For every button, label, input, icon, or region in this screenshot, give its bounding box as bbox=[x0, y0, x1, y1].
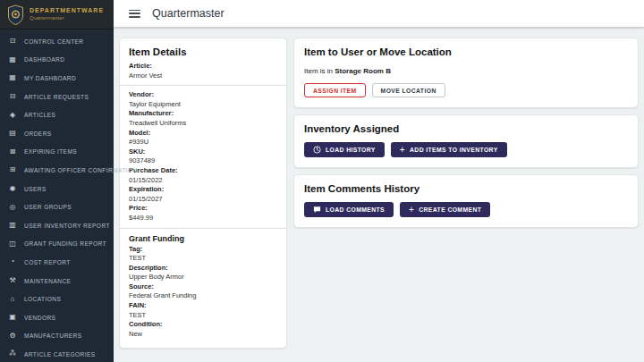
detail-field-label: Tag: bbox=[129, 245, 277, 255]
sidebar-item[interactable]: ⚒ MAINTENANCE bbox=[0, 272, 114, 290]
detail-field: Manufacturer: Treadwell Uniforms bbox=[129, 109, 277, 128]
load-history-button[interactable]: LOAD HISTORY bbox=[304, 142, 385, 157]
topbar: Quartermaster bbox=[114, 0, 644, 27]
load-history-label: LOAD HISTORY bbox=[326, 147, 376, 153]
detail-field: Model: #939U bbox=[129, 129, 277, 147]
detail-field: Description: Upper Body Armor bbox=[129, 264, 277, 282]
sidebar-item-label: ARTICLE CATEGORIES bbox=[24, 351, 96, 358]
users-icon: ◉ bbox=[8, 185, 17, 192]
detail-field-value: 01/15/2022 bbox=[129, 176, 277, 186]
detail-field-value: 01/15/2027 bbox=[129, 195, 277, 205]
sidebar-item[interactable]: ▦ DASHBOARD bbox=[0, 51, 114, 70]
sidebar-item[interactable]: ◫ GRANT FUNDING REPORT bbox=[0, 235, 114, 254]
detail-field: Price: $449.99 bbox=[129, 204, 277, 223]
detail-field-value: Treadwell Uniforms bbox=[129, 119, 277, 129]
load-comments-button[interactable]: LOAD COMMENTS bbox=[304, 202, 394, 217]
assign-item-button[interactable]: ASSIGN ITEM bbox=[304, 83, 366, 97]
articles-icon: ◈ bbox=[8, 112, 17, 119]
detail-field-label: Price: bbox=[129, 204, 277, 214]
move-location-button[interactable]: MOVE LOCATION bbox=[372, 83, 445, 97]
sidebar-item-label: MY DASHBOARD bbox=[24, 75, 76, 81]
inventory-assigned-title: Inventory Assigned bbox=[304, 123, 628, 134]
detail-field-label: Manufacturer: bbox=[129, 109, 277, 119]
sidebar-item[interactable]: ◎ USER GROUPS bbox=[0, 198, 114, 216]
sidebar-item-label: MANUFACTURERS bbox=[24, 333, 82, 339]
detail-field-value: #939U bbox=[129, 138, 277, 147]
sidebar-item-label: ARTICLES bbox=[24, 112, 55, 118]
create-comment-button[interactable]: + CREATE COMMENT bbox=[400, 202, 490, 217]
assign-move-panel: Item to User or Move Location Item is in… bbox=[293, 38, 639, 108]
sidebar-item-label: ORDERS bbox=[24, 130, 52, 137]
sidebar-item[interactable]: ▦ MY DASHBOARD bbox=[0, 69, 114, 88]
right-column: Item to User or Move Location Item is in… bbox=[293, 38, 639, 228]
sidebar-item[interactable]: ▤ ORDERS bbox=[0, 124, 114, 143]
awaiting-officer-confirmation-icon: ⊞ bbox=[8, 166, 17, 173]
sidebar-item-label: LOCATIONS bbox=[24, 296, 61, 302]
locations-icon: ⌂ bbox=[8, 296, 17, 303]
sidebar-item-label: EXPIRING ITEMS bbox=[24, 148, 77, 155]
sidebar-item[interactable]: ⚙ MANUFACTURERS bbox=[0, 327, 114, 346]
detail-field-value: New bbox=[129, 330, 277, 340]
hamburger-menu-icon[interactable] bbox=[129, 10, 140, 18]
dashboard-icon: ▦ bbox=[8, 56, 17, 63]
control-center-icon: ⊡ bbox=[8, 38, 17, 45]
sidebar-header[interactable]: DEPARTMENTWARE Quartermaster bbox=[0, 0, 114, 29]
sidebar-item[interactable]: ⊞ AWAITING OFFICER CONFIRMATION bbox=[0, 161, 114, 180]
plus-icon: + bbox=[400, 146, 405, 155]
detail-field: Source: Federal Grant Funding bbox=[129, 282, 277, 301]
sidebar-item-label: VENDORS bbox=[24, 315, 55, 321]
item-details-title: Item Details bbox=[129, 46, 277, 57]
vendors-icon: ▣ bbox=[8, 314, 17, 321]
detail-field-value: Taylor Equipment bbox=[129, 100, 277, 110]
orders-icon: ▤ bbox=[8, 130, 17, 137]
sidebar-item-label: GRANT FUNDING REPORT bbox=[24, 240, 106, 247]
item-comments-panel: Item Comments History LOAD COMMENTS + CR… bbox=[293, 174, 639, 228]
brand-subtitle: Quartermaster bbox=[30, 15, 104, 22]
add-items-to-inventory-button[interactable]: + ADD ITEMS TO INVENTORY bbox=[391, 142, 507, 157]
grant-funding-title: Grant Funding bbox=[129, 233, 277, 245]
sidebar-item[interactable]: ◉ USERS bbox=[0, 180, 114, 198]
article-requests-icon: ⊟ bbox=[8, 93, 17, 100]
topbar-title: Quartermaster bbox=[152, 7, 225, 20]
brand-title: DEPARTMENTWARE bbox=[30, 7, 104, 15]
detail-field-label: Purchase Date: bbox=[129, 166, 277, 176]
history-clock-icon bbox=[313, 146, 321, 154]
article-categories-icon: ⁂ bbox=[8, 350, 17, 358]
sidebar-item[interactable]: ⌂ LOCATIONS bbox=[0, 290, 114, 308]
sidebar-item-label: USER GROUPS bbox=[24, 204, 72, 210]
sidebar-item[interactable]: ◔ COST REPORT bbox=[0, 253, 114, 272]
sidebar-item[interactable]: ▥ USER INVENTORY REPORT bbox=[0, 216, 114, 235]
sidebar-item-label: AWAITING OFFICER CONFIRMATION bbox=[24, 167, 138, 173]
sidebar: DEPARTMENTWARE Quartermaster ⊡ CONTROL C… bbox=[0, 0, 114, 362]
comment-bubble-icon bbox=[313, 206, 321, 214]
plus-icon: + bbox=[409, 206, 414, 215]
user-inventory-report-icon: ▥ bbox=[8, 222, 17, 229]
divider bbox=[120, 228, 286, 229]
department-badge-icon bbox=[7, 4, 24, 25]
detail-field-value: Armor Vest bbox=[129, 72, 277, 81]
detail-field-value: $449.99 bbox=[129, 214, 277, 223]
detail-field-label: Source: bbox=[129, 282, 277, 292]
main-content: Item Details Article: Armor Vest Vendor:… bbox=[114, 27, 644, 362]
detail-field: Article: Armor Vest bbox=[129, 62, 277, 80]
status-prefix: Item is in bbox=[304, 67, 335, 75]
sidebar-item[interactable]: ◈ ARTICLES bbox=[0, 105, 114, 124]
load-comments-label: LOAD COMMENTS bbox=[326, 206, 385, 213]
detail-field: Purchase Date: 01/15/2022 bbox=[129, 166, 277, 185]
sidebar-item[interactable]: ⊠ EXPIRING ITEMS bbox=[0, 143, 114, 162]
detail-field: FAIN: TEST bbox=[129, 301, 277, 320]
sidebar-item[interactable]: ⊡ CONTROL CENTER bbox=[0, 32, 114, 51]
detail-field: SKU: 9037489 bbox=[129, 147, 277, 166]
detail-field: Expiration: 01/15/2027 bbox=[129, 185, 277, 204]
detail-field: Tag: TEST bbox=[129, 245, 277, 264]
sidebar-item[interactable]: ⊟ ARTICLE REQUESTS bbox=[0, 88, 114, 106]
sidebar-item[interactable]: ▣ VENDORS bbox=[0, 308, 114, 327]
sidebar-item[interactable]: ⁂ ARTICLE CATEGORIES bbox=[0, 345, 114, 362]
assign-move-title: Item to User or Move Location bbox=[304, 46, 628, 57]
add-items-label: ADD ITEMS TO INVENTORY bbox=[410, 147, 498, 153]
item-details-main-fields: Vendor: Taylor Equipment Manufacturer: T… bbox=[129, 90, 277, 223]
sidebar-item-label: CONTROL CENTER bbox=[24, 38, 84, 45]
detail-field-value: TEST bbox=[129, 254, 277, 264]
detail-field-label: Expiration: bbox=[129, 185, 277, 195]
detail-field-label: Article: bbox=[129, 62, 277, 72]
